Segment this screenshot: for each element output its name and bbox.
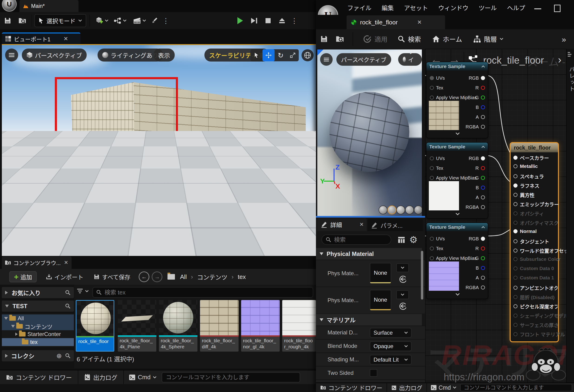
add-button[interactable]: + 追加: [9, 271, 37, 282]
output-pin-g[interactable]: [481, 176, 485, 180]
input-pin[interactable]: [430, 176, 434, 180]
add-actor-dropdown[interactable]: [93, 17, 110, 25]
material-node-graph[interactable]: マテリアル RIRAGON https://riragon.com ズーム -3: [425, 49, 574, 382]
back-button[interactable]: ←: [139, 272, 149, 282]
menu-help[interactable]: ヘルプ: [507, 3, 525, 12]
minimize-button[interactable]: [534, 8, 541, 9]
material-preview-viewport[interactable]: パースペクティブ ライテ Z Y X: [317, 49, 422, 216]
apply-button[interactable]: 適用: [358, 34, 392, 44]
forward-button[interactable]: →: [152, 272, 162, 282]
hierarchy-dropdown[interactable]: 階層: [468, 34, 509, 44]
close-icon[interactable]: ✕: [360, 221, 364, 228]
pin-metallic[interactable]: [513, 164, 517, 168]
stop-button[interactable]: [262, 15, 274, 26]
shading-model-dropdown[interactable]: Default Lit: [370, 355, 412, 365]
output-pin-g[interactable]: [481, 96, 485, 100]
close-icon[interactable]: ✕: [63, 36, 68, 42]
material-domain-dropdown[interactable]: Surface: [370, 328, 412, 338]
filter-dropdown[interactable]: [77, 288, 89, 294]
pin-ambient-occlusion[interactable]: [513, 286, 517, 290]
level-viewport[interactable]: パースペクティブ ライティングあり 表示 スケーラビリティ:高 ↻: [2, 44, 316, 256]
home-button[interactable]: ホーム: [427, 34, 468, 44]
output-pin-a[interactable]: [481, 276, 485, 280]
console-input[interactable]: [162, 372, 300, 382]
tree-item-all[interactable]: All: [2, 314, 74, 322]
asset-tile-mesh-sphere[interactable]: rock_tile_floor_4k_Sphere: [159, 300, 197, 352]
phys-material-asset-picker[interactable]: None: [370, 290, 391, 310]
display-filter-button[interactable]: [397, 235, 406, 244]
console-input[interactable]: [460, 384, 572, 391]
collapse-icon[interactable]: [481, 226, 485, 228]
graph-breadcrumb[interactable]: rock_tile_floor: [483, 55, 544, 66]
preview-perspective-dropdown[interactable]: パースペクティブ: [336, 53, 391, 66]
cinematics-dropdown[interactable]: [130, 17, 149, 24]
node-header[interactable]: Texture Sample: [427, 223, 488, 231]
expand-arrow-icon[interactable]: [5, 354, 8, 358]
two-sided-checkbox[interactable]: [370, 369, 377, 377]
asset-dropdown-button[interactable]: [396, 263, 409, 272]
output-pin-rgba[interactable]: [481, 285, 485, 290]
tree-item-startercontent[interactable]: StarterConter: [2, 330, 74, 338]
rotate-tool-button[interactable]: ↻: [275, 49, 287, 61]
asset-dropdown-button[interactable]: [396, 290, 409, 299]
pin-shading-model[interactable]: [513, 314, 517, 318]
play-button[interactable]: [234, 15, 246, 26]
pin-custom-data-1[interactable]: [513, 276, 517, 280]
viewport-options-button[interactable]: [5, 49, 18, 61]
landscape-paint-button[interactable]: [149, 12, 160, 29]
world-coordinate-button[interactable]: [302, 49, 314, 61]
scale-tool-button[interactable]: [287, 49, 299, 61]
output-pin-r[interactable]: [481, 86, 485, 90]
tab-details[interactable]: 詳細 ✕: [317, 218, 367, 231]
collections-section-header[interactable]: コレクシ ⊕: [2, 350, 74, 361]
select-tool-button[interactable]: [250, 49, 263, 61]
shape-custom-mesh-button[interactable]: [414, 206, 422, 214]
splitter-highlight[interactable]: [316, 216, 425, 217]
menu-window[interactable]: ウィンドウ: [438, 3, 469, 12]
settings-button[interactable]: ⚙: [408, 235, 419, 245]
input-pin[interactable]: [430, 166, 434, 170]
pin-roughness[interactable]: [513, 183, 517, 188]
material-result-node[interactable]: rock_tile_floor ベースカラー Metallic スペキュラ ラフ…: [510, 142, 559, 342]
pin-emissive[interactable]: [513, 202, 517, 206]
collapse-arrow-icon[interactable]: [5, 305, 9, 308]
menu-tools[interactable]: ツール: [479, 3, 497, 12]
close-icon[interactable]: ✕: [417, 19, 422, 25]
menu-file[interactable]: ファイル: [347, 3, 371, 12]
section-physical-material[interactable]: Physical Material: [316, 248, 422, 260]
pin-tangent[interactable]: [513, 239, 517, 243]
output-pin-rgb[interactable]: [481, 237, 485, 241]
input-pin[interactable]: [430, 156, 434, 160]
expand-arrow-icon[interactable]: [5, 291, 8, 294]
browse-asset-button[interactable]: [332, 29, 348, 49]
save-all-button[interactable]: すべて保存: [88, 273, 135, 281]
expand-arrow-icon[interactable]: [15, 333, 18, 336]
pin-surface-thickness[interactable]: [513, 323, 517, 327]
list-icon[interactable]: [568, 52, 573, 57]
collapse-arrow-icon[interactable]: [11, 325, 15, 328]
search-icon[interactable]: [65, 290, 71, 295]
tree-item-tex[interactable]: tex: [2, 338, 74, 346]
pin-subsurface-color[interactable]: [513, 257, 517, 261]
output-log-button[interactable]: 出力ログ: [78, 371, 123, 384]
content-browser-button[interactable]: [15, 12, 29, 29]
shape-cylinder-button[interactable]: [379, 206, 388, 214]
output-pin-g[interactable]: [481, 256, 485, 260]
pin-front-material[interactable]: [513, 332, 517, 336]
texture-sample-node-normal[interactable]: Texture Sample UVs Tex Apply View MipBia…: [426, 222, 488, 299]
collapse-icon[interactable]: [481, 65, 485, 68]
details-search-box[interactable]: [322, 235, 391, 245]
use-selected-asset-button[interactable]: [398, 274, 408, 284]
tab-viewport1[interactable]: ビューポート1 ✕: [2, 33, 80, 44]
expand-icon[interactable]: [455, 293, 460, 296]
eject-button[interactable]: [276, 15, 288, 26]
section-material[interactable]: マテリアル: [316, 314, 422, 326]
close-icon[interactable]: ✕: [64, 260, 68, 266]
output-log-button[interactable]: 出力ログ: [387, 383, 427, 392]
cmd-dropdown[interactable]: Cmd: [427, 383, 460, 392]
pin-pixel-depth-offset[interactable]: [513, 304, 517, 308]
content-drawer-button[interactable]: コンテンツ ドロワー: [316, 383, 387, 392]
pin-anisotropy[interactable]: [513, 193, 517, 197]
palette-tab[interactable]: パレット: [568, 66, 574, 92]
output-pin-r[interactable]: [481, 166, 485, 170]
